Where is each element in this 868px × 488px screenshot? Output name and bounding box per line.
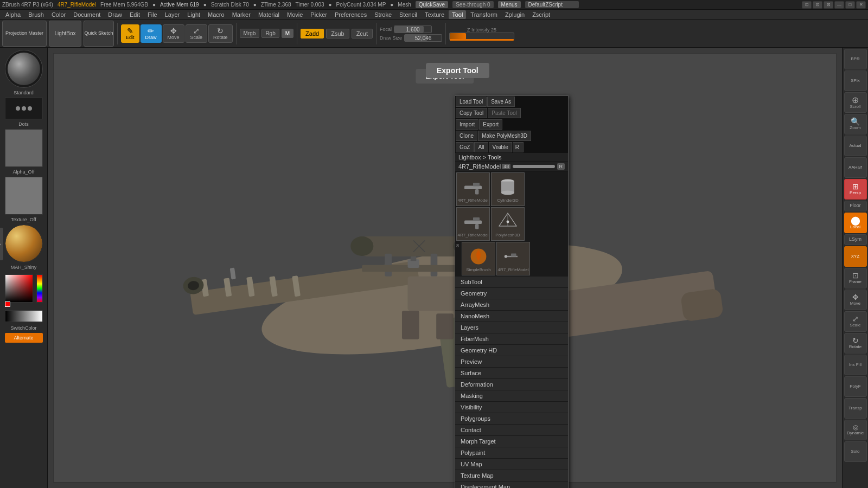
icon-btn-5[interactable]: □ (845, 1, 855, 9)
tool-thumb-rifle-3[interactable]: 4R7_RifleModel (496, 242, 530, 275)
menu-alpha[interactable]: Alpha (2, 10, 24, 19)
brush-preview[interactable] (5, 50, 43, 88)
menu-tool[interactable]: Tool (449, 10, 466, 19)
menu-stroke[interactable]: Stroke (371, 10, 395, 19)
subtool-item[interactable]: SubTool (455, 277, 568, 288)
switch-color-label[interactable]: SwitchColor (10, 325, 36, 331)
draw-button[interactable]: ✏ Draw (141, 24, 162, 43)
rotate-button[interactable]: ↻ Rotate (208, 24, 233, 43)
menu-preferences[interactable]: Preferences (331, 10, 370, 19)
rgb-button[interactable]: Rgb (261, 29, 279, 38)
mrgb-button[interactable]: Mrgb (240, 29, 260, 38)
preview-item[interactable]: Preview (455, 356, 568, 368)
save-as-button[interactable]: Save As (487, 97, 515, 107)
r-badge[interactable]: R (557, 163, 565, 170)
polypaint-item[interactable]: Polypaint (455, 447, 568, 459)
move-button[interactable]: ✥ Move (163, 24, 184, 43)
icon-btn-6[interactable]: ✕ (856, 1, 866, 9)
all-button[interactable]: All (474, 142, 488, 152)
edit-button[interactable]: ✎ Edit (121, 24, 139, 43)
dots-label[interactable]: Dots (18, 121, 29, 127)
color-picker-area[interactable] (5, 274, 43, 307)
menu-macro[interactable]: Macro (205, 10, 228, 19)
arraymesh-item[interactable]: ArrayMesh (455, 299, 568, 311)
menu-stencil[interactable]: Stencil (396, 10, 420, 19)
color-hue-strip[interactable] (36, 274, 43, 303)
menus-button[interactable]: Menus (498, 1, 521, 8)
zcut-button[interactable]: Zcut (352, 29, 373, 38)
scale-right-button[interactable]: ⤢ Scale (844, 311, 867, 332)
morph-target-item[interactable]: Morph Target (455, 436, 568, 447)
menu-zplugin[interactable]: Zplugin (502, 10, 528, 19)
gradient-bar[interactable] (5, 310, 43, 322)
zadd-button[interactable]: Zadd (301, 29, 324, 38)
quick-sketch-button[interactable]: Quick Sketch (84, 21, 114, 47)
move-button[interactable]: ✥ Move (844, 290, 867, 310)
bpr-button[interactable]: BPR (844, 49, 867, 69)
masking-item[interactable]: Masking (455, 390, 568, 402)
export-button[interactable]: Export (479, 119, 502, 130)
lsym-button[interactable]: LSym (844, 234, 867, 245)
geometry-hd-item[interactable]: Geometry HD (455, 345, 568, 356)
aahalf-button[interactable]: AAHalf (844, 157, 867, 178)
tool-panel[interactable]: Load Tool Save As Copy Tool Paste Tool I… (455, 95, 569, 488)
uv-map-item[interactable]: UV Map (455, 459, 568, 470)
deformation-item[interactable]: Deformation (455, 379, 568, 390)
polygroups-item[interactable]: Polygroups (455, 413, 568, 425)
menu-layer[interactable]: Layer (162, 10, 183, 19)
scale-button[interactable]: ⤢ Scale (186, 24, 208, 43)
goz-button[interactable]: GoZ (456, 142, 474, 152)
texture-label[interactable]: Texture_Off (11, 217, 36, 222)
menu-light[interactable]: Light (184, 10, 203, 19)
canvas-viewport[interactable]: Export Tool (53, 53, 837, 483)
brush-label[interactable]: Standard (14, 90, 34, 95)
menu-marker[interactable]: Marker (229, 10, 254, 19)
persp-button[interactable]: ⊞ Persp (844, 179, 867, 200)
make-polymesh-button[interactable]: Make PolyMesh3D (478, 131, 531, 141)
frame-button[interactable]: ⊡ Frame (844, 268, 867, 288)
dots-preview[interactable] (5, 98, 43, 119)
quicksave-button[interactable]: QuickSave (416, 1, 448, 8)
transp-button[interactable]: Transp (844, 398, 867, 419)
icon-btn-2[interactable]: ⊡ (813, 1, 822, 9)
xyz-button[interactable]: XYZ (844, 246, 867, 267)
icon-btn-3[interactable]: ⊡ (824, 1, 833, 9)
r-button[interactable]: R (513, 142, 524, 152)
draw-size-slider[interactable]: 52,046 (404, 34, 442, 42)
import-button[interactable]: Import (456, 119, 478, 130)
floor-button[interactable]: Floor (844, 201, 867, 211)
menu-movie[interactable]: Movie (284, 10, 306, 19)
tool-thumb-cylinder[interactable]: Cylinder3D (491, 172, 525, 206)
menu-material[interactable]: Material (255, 10, 283, 19)
material-label[interactable]: MAH_Shiny (11, 265, 37, 270)
solo-button[interactable]: Solo (844, 441, 867, 462)
copy-tool-button[interactable]: Copy Tool (456, 108, 487, 118)
visibility-item[interactable]: Visibility (455, 402, 568, 413)
menu-file[interactable]: File (144, 10, 161, 19)
color-square[interactable] (5, 274, 33, 303)
polyf-button[interactable]: PolyF (844, 376, 867, 397)
alpha-preview[interactable] (5, 129, 43, 167)
menu-document[interactable]: Document (70, 10, 104, 19)
menu-picker[interactable]: Picker (307, 10, 330, 19)
default-script[interactable]: DefaultZScript (525, 1, 579, 8)
contact-item[interactable]: Contact (455, 425, 568, 436)
visible-button[interactable]: Visible (489, 142, 512, 152)
material-preview[interactable] (5, 224, 43, 262)
menu-texture[interactable]: Texture (422, 10, 448, 19)
menu-transform[interactable]: Transform (467, 10, 501, 19)
spix-button[interactable]: SPix (844, 70, 867, 91)
ins-fill-button[interactable]: Ins Fill (844, 355, 867, 375)
displacement-map-item[interactable]: Displacement Map (455, 481, 568, 488)
load-tool-button[interactable]: Load Tool (456, 97, 487, 107)
paste-tool-button[interactable]: Paste Tool (488, 108, 521, 118)
geometry-item[interactable]: Geometry (455, 288, 568, 299)
canvas-area[interactable]: Export Tool Load Tool Save As Copy Tool … (48, 48, 842, 488)
layers-item[interactable]: Layers (455, 322, 568, 333)
rotate-right-button[interactable]: ↻ Rotate (844, 333, 867, 354)
zsub-button[interactable]: Zsub (326, 29, 349, 38)
alternate-button[interactable]: Alternate (5, 333, 43, 343)
icon-btn-1[interactable]: ⊡ (802, 1, 812, 9)
icon-btn-4[interactable]: — (834, 1, 844, 9)
projection-master-button[interactable]: Projection Master (2, 21, 47, 47)
